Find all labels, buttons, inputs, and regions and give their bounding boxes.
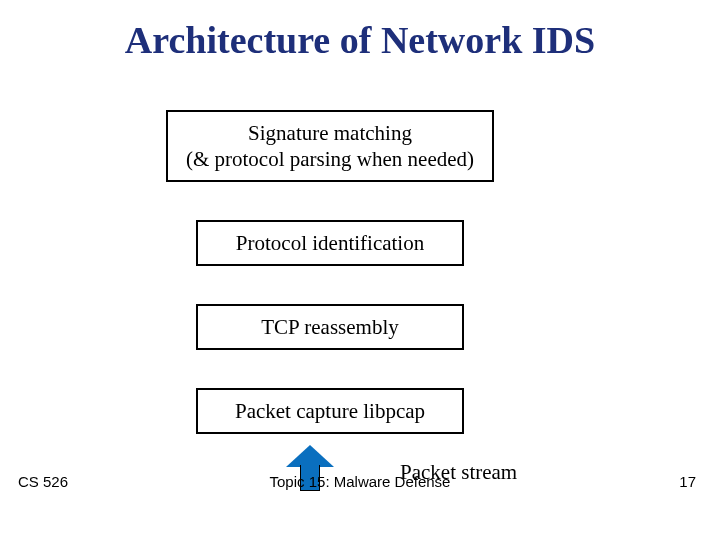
box-tcp-label: TCP reassembly: [261, 314, 398, 340]
box-pcap-label: Packet capture libpcap: [235, 398, 425, 424]
box-protocol-label: Protocol identification: [236, 230, 424, 256]
slide-title: Architecture of Network IDS: [0, 18, 720, 62]
box-protocol-identification: Protocol identification: [196, 220, 464, 266]
slide: Architecture of Network IDS Signature ma…: [0, 0, 720, 540]
footer-topic: Topic 15: Malware Defense: [0, 473, 720, 490]
box-line1: Signature matching: [248, 120, 412, 146]
box-signature-matching: Signature matching (& protocol parsing w…: [166, 110, 494, 182]
box-packet-capture: Packet capture libpcap: [196, 388, 464, 434]
box-line2: (& protocol parsing when needed): [186, 146, 474, 172]
footer-page-number: 17: [679, 473, 696, 490]
box-tcp-reassembly: TCP reassembly: [196, 304, 464, 350]
